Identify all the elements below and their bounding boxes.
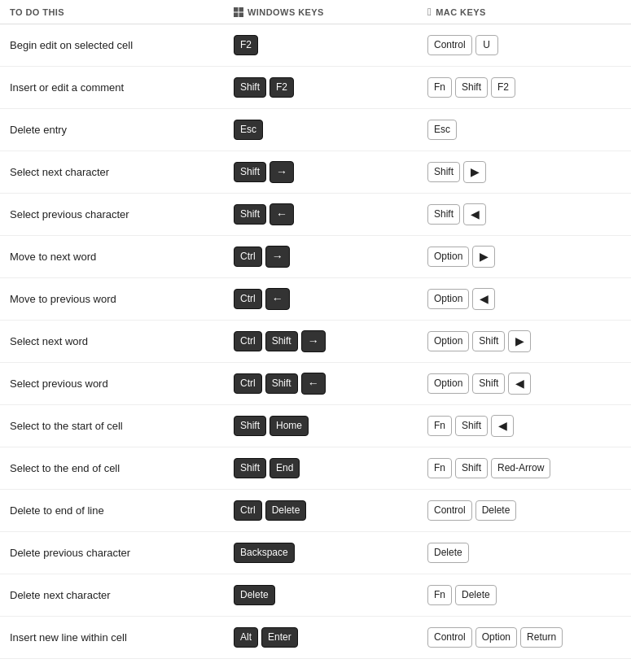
mac-keys: OptionShift▶	[427, 330, 621, 353]
key-badge: End	[269, 458, 300, 478]
action-label: Select next word	[10, 335, 234, 347]
key-badge: Shift	[427, 162, 460, 182]
key-badge: Ctrl	[234, 331, 262, 351]
key-badge: Fn	[427, 458, 452, 478]
key-badge: Delete	[265, 500, 307, 521]
key-badge: Shift	[265, 373, 298, 394]
key-badge: F2	[234, 35, 258, 55]
key-badge: ▶	[472, 246, 495, 268]
key-badge: Shift	[234, 458, 266, 478]
key-badge: Fn	[427, 77, 452, 98]
shortcut-table: Begin edit on selected cellF2ControlUIns…	[0, 24, 631, 659]
key-badge: →	[269, 161, 294, 184]
header-todo: TO DO THIS	[10, 7, 234, 17]
table-row: Select previous characterShift←Shift◀	[0, 194, 631, 236]
mac-keys: Shift◀	[427, 203, 621, 226]
key-badge: Shift	[455, 77, 488, 98]
key-badge: Shift	[472, 331, 505, 351]
key-badge: Enter	[261, 627, 298, 648]
windows-keys: Shift←	[234, 203, 427, 226]
windows-keys: Ctrl←	[234, 288, 427, 311]
key-badge: Shift	[427, 204, 460, 225]
mac-keys: Esc	[427, 120, 621, 140]
key-badge: Shift	[472, 373, 505, 394]
mac-keys: Option◀	[427, 288, 621, 311]
windows-keys: CtrlDelete	[234, 500, 427, 521]
key-badge: ←	[265, 288, 290, 311]
windows-keys: AltEnter	[234, 627, 427, 648]
table-row: Select to the start of cellShiftHomeFnSh…	[0, 405, 631, 447]
key-badge: ◀	[463, 203, 486, 226]
action-label: Select previous word	[10, 377, 234, 390]
table-row: Select to the end of cellShiftEndFnShift…	[0, 447, 631, 490]
key-badge: F2	[491, 77, 515, 98]
windows-keys: ShiftEnd	[234, 458, 427, 478]
mac-keys: ControlDelete	[427, 500, 621, 521]
mac-keys: OptionShift◀	[427, 373, 621, 395]
action-label: Select next character	[10, 166, 234, 178]
key-badge: Option	[475, 627, 517, 648]
windows-keys: Shift→	[234, 161, 427, 184]
action-label: Insert or edit a comment	[10, 81, 234, 94]
table-row: Delete to end of lineCtrlDeleteControlDe…	[0, 490, 631, 532]
key-badge: Shift	[234, 77, 266, 98]
table-row: Select previous wordCtrlShift←OptionShif…	[0, 363, 631, 405]
windows-keys: CtrlShift←	[234, 373, 427, 395]
key-badge: ▶	[463, 161, 486, 184]
table-row: Insert or edit a commentShiftF2FnShiftF2	[0, 67, 631, 109]
key-badge: Option	[427, 373, 469, 394]
key-badge: Control	[427, 500, 472, 521]
key-badge: →	[265, 246, 290, 268]
key-badge: Option	[427, 247, 469, 267]
mac-keys: ControlOptionReturn	[427, 627, 621, 648]
svg-rect-3	[239, 12, 244, 17]
key-badge: Delete	[455, 585, 497, 605]
key-badge: U	[475, 35, 498, 55]
key-badge: ◀	[472, 288, 495, 311]
windows-keys: ShiftF2	[234, 77, 427, 98]
table-row: Move to next wordCtrl→Option▶	[0, 236, 631, 278]
key-badge: F2	[269, 77, 294, 98]
action-label: Delete to end of line	[10, 504, 234, 517]
key-badge: ◀	[508, 373, 531, 395]
key-badge: Delete	[475, 500, 517, 521]
key-badge: Control	[427, 35, 472, 55]
key-badge: Ctrl	[234, 500, 262, 521]
action-label: Delete previous character	[10, 547, 234, 559]
mac-keys: Shift▶	[427, 161, 621, 184]
header-mac:  MAC KEYS	[427, 7, 621, 17]
table-row: Select next wordCtrlShift→OptionShift▶	[0, 321, 631, 363]
windows-keys: F2	[234, 35, 427, 55]
windows-icon	[234, 7, 243, 17]
key-badge: Alt	[234, 627, 258, 648]
windows-keys: Esc	[234, 120, 427, 140]
action-label: Begin edit on selected cell	[10, 39, 234, 51]
table-row: Delete entryEscEsc	[0, 109, 631, 151]
mac-keys: FnShiftRed-Arrow	[427, 458, 621, 478]
table-row: Move to previous wordCtrl←Option◀	[0, 278, 631, 321]
key-badge: Return	[520, 627, 563, 648]
action-label: Insert new line within cell	[10, 631, 234, 644]
windows-keys: Backspace	[234, 543, 427, 563]
key-badge: Control	[427, 627, 472, 648]
key-badge: Esc	[234, 120, 263, 140]
windows-keys: CtrlShift→	[234, 330, 427, 353]
table-row: Insert new line within cellAltEnterContr…	[0, 617, 631, 659]
key-badge: Shift	[234, 204, 266, 225]
mac-keys: FnDelete	[427, 585, 621, 605]
mac-keys: FnShift◀	[427, 415, 621, 438]
key-badge: Option	[427, 331, 469, 351]
table-row: Delete next characterDeleteFnDelete	[0, 574, 631, 617]
key-badge: Home	[269, 416, 309, 436]
mac-keys: Option▶	[427, 246, 621, 268]
windows-keys: ShiftHome	[234, 416, 427, 436]
key-badge: Shift	[234, 162, 266, 182]
key-badge: Red-Arrow	[491, 458, 550, 478]
key-badge: ◀	[491, 415, 514, 438]
key-badge: Shift	[455, 416, 488, 436]
svg-rect-1	[239, 7, 244, 12]
table-row: Delete previous characterBackspaceDelete	[0, 532, 631, 574]
action-label: Delete entry	[10, 124, 234, 136]
key-badge: Option	[427, 289, 469, 309]
key-badge: Backspace	[234, 543, 295, 563]
